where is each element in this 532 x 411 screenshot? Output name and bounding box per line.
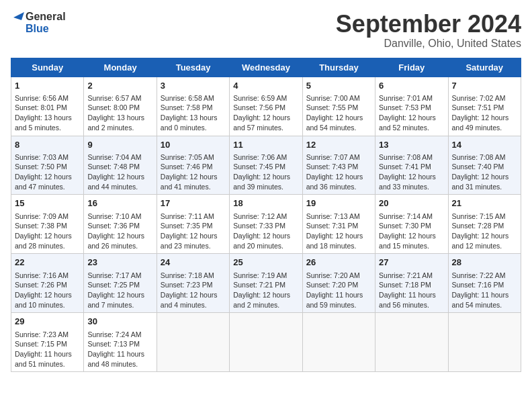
day-number: 15 (15, 197, 80, 210)
day-info: Sunrise: 7:07 AMSunset: 7:43 PMDaylight:… (306, 152, 371, 192)
calendar-cell: 27Sunrise: 7:21 AMSunset: 7:18 PMDayligh… (375, 254, 448, 313)
day-info: Sunrise: 7:01 AMSunset: 7:53 PMDaylight:… (379, 93, 444, 133)
calendar-cell: 12Sunrise: 7:07 AMSunset: 7:43 PMDayligh… (302, 136, 375, 195)
day-number: 9 (87, 139, 152, 151)
day-number: 27 (379, 257, 444, 269)
day-number: 29 (15, 316, 80, 328)
calendar-cell (302, 313, 375, 372)
day-number: 21 (452, 197, 517, 210)
day-info: Sunrise: 7:08 AMSunset: 7:41 PMDaylight:… (379, 152, 444, 192)
calendar-cell: 23Sunrise: 7:17 AMSunset: 7:25 PMDayligh… (84, 254, 157, 313)
day-number: 12 (306, 139, 371, 151)
calendar-cell (157, 313, 229, 372)
calendar-cell: 5Sunrise: 7:00 AMSunset: 7:55 PMDaylight… (302, 77, 375, 136)
calendar-cell: 14Sunrise: 7:08 AMSunset: 7:40 PMDayligh… (448, 136, 521, 195)
calendar-cell: 8Sunrise: 7:03 AMSunset: 7:50 PMDaylight… (11, 136, 84, 195)
day-info: Sunrise: 7:22 AMSunset: 7:16 PMDaylight:… (452, 271, 517, 310)
day-info: Sunrise: 6:59 AMSunset: 7:56 PMDaylight:… (233, 93, 298, 133)
day-info: Sunrise: 7:19 AMSunset: 7:21 PMDaylight:… (233, 271, 298, 310)
day-number: 13 (379, 139, 444, 151)
calendar-cell: 30Sunrise: 7:24 AMSunset: 7:13 PMDayligh… (84, 313, 157, 372)
day-info: Sunrise: 7:20 AMSunset: 7:20 PMDaylight:… (306, 271, 371, 310)
day-number: 14 (452, 139, 517, 151)
calendar-title: September 2024 (336, 11, 521, 38)
day-info: Sunrise: 7:18 AMSunset: 7:23 PMDaylight:… (161, 271, 226, 310)
calendar-cell: 6Sunrise: 7:01 AMSunset: 7:53 PMDaylight… (375, 77, 448, 136)
calendar-cell: 29Sunrise: 7:23 AMSunset: 7:15 PMDayligh… (11, 313, 84, 372)
calendar-cell: 7Sunrise: 7:02 AMSunset: 7:51 PMDaylight… (448, 77, 521, 136)
calendar-cell: 10Sunrise: 7:05 AMSunset: 7:46 PMDayligh… (157, 136, 229, 195)
calendar-cell: 25Sunrise: 7:19 AMSunset: 7:21 PMDayligh… (230, 254, 302, 313)
calendar-cell: 13Sunrise: 7:08 AMSunset: 7:41 PMDayligh… (375, 136, 448, 195)
svg-marker-0 (13, 12, 24, 20)
day-info: Sunrise: 7:14 AMSunset: 7:30 PMDaylight:… (379, 212, 444, 251)
weekday-header-saturday: Saturday (448, 58, 521, 77)
calendar-cell: 21Sunrise: 7:15 AMSunset: 7:28 PMDayligh… (448, 195, 521, 254)
day-number: 2 (87, 80, 152, 92)
day-info: Sunrise: 7:06 AMSunset: 7:45 PMDaylight:… (233, 152, 298, 192)
day-info: Sunrise: 7:15 AMSunset: 7:28 PMDaylight:… (452, 212, 517, 251)
calendar-cell: 18Sunrise: 7:12 AMSunset: 7:33 PMDayligh… (230, 195, 302, 254)
weekday-header-sunday: Sunday (11, 58, 84, 77)
weekday-header-friday: Friday (375, 58, 448, 77)
title-block: September 2024 Danville, Ohio, United St… (336, 11, 521, 50)
day-number: 10 (161, 139, 226, 151)
calendar-cell (230, 313, 302, 372)
day-number: 6 (379, 80, 444, 92)
calendar-cell (448, 313, 521, 372)
calendar-subtitle: Danville, Ohio, United States (336, 38, 521, 50)
day-number: 11 (233, 139, 298, 151)
day-number: 4 (233, 80, 298, 92)
calendar-cell: 11Sunrise: 7:06 AMSunset: 7:45 PMDayligh… (230, 136, 302, 195)
day-number: 5 (306, 80, 371, 92)
calendar-header: General Blue September 2024 Danville, Oh… (11, 11, 521, 50)
day-info: Sunrise: 7:11 AMSunset: 7:35 PMDaylight:… (161, 212, 226, 251)
weekday-header-wednesday: Wednesday (230, 58, 302, 77)
day-number: 7 (452, 80, 517, 92)
calendar-table: SundayMondayTuesdayWednesdayThursdayFrid… (11, 58, 521, 373)
calendar-cell: 1Sunrise: 6:56 AMSunset: 8:01 PMDaylight… (11, 77, 84, 136)
calendar-cell: 22Sunrise: 7:16 AMSunset: 7:26 PMDayligh… (11, 254, 84, 313)
day-number: 16 (87, 197, 152, 210)
day-info: Sunrise: 7:08 AMSunset: 7:40 PMDaylight:… (452, 152, 517, 192)
day-info: Sunrise: 7:24 AMSunset: 7:13 PMDaylight:… (87, 330, 152, 369)
day-number: 1 (15, 80, 80, 92)
logo-text: General Blue (26, 11, 66, 34)
day-number: 22 (15, 257, 80, 269)
day-number: 25 (233, 257, 298, 269)
day-info: Sunrise: 7:21 AMSunset: 7:18 PMDaylight:… (379, 271, 444, 310)
day-number: 18 (233, 197, 298, 210)
calendar-cell: 24Sunrise: 7:18 AMSunset: 7:23 PMDayligh… (157, 254, 229, 313)
day-number: 17 (161, 197, 226, 210)
day-number: 20 (379, 197, 444, 210)
calendar-cell: 2Sunrise: 6:57 AMSunset: 8:00 PMDaylight… (84, 77, 157, 136)
day-info: Sunrise: 6:58 AMSunset: 7:58 PMDaylight:… (161, 93, 226, 133)
calendar-cell: 4Sunrise: 6:59 AMSunset: 7:56 PMDaylight… (230, 77, 302, 136)
day-number: 28 (452, 257, 517, 269)
day-info: Sunrise: 7:03 AMSunset: 7:50 PMDaylight:… (15, 152, 80, 192)
day-info: Sunrise: 7:13 AMSunset: 7:31 PMDaylight:… (306, 212, 371, 251)
calendar-cell: 26Sunrise: 7:20 AMSunset: 7:20 PMDayligh… (302, 254, 375, 313)
calendar-cell: 28Sunrise: 7:22 AMSunset: 7:16 PMDayligh… (448, 254, 521, 313)
day-number: 19 (306, 197, 371, 210)
day-number: 8 (15, 139, 80, 151)
day-number: 26 (306, 257, 371, 269)
calendar-cell (375, 313, 448, 372)
day-info: Sunrise: 7:04 AMSunset: 7:48 PMDaylight:… (87, 152, 152, 192)
day-info: Sunrise: 6:56 AMSunset: 8:01 PMDaylight:… (15, 93, 80, 133)
calendar-cell: 17Sunrise: 7:11 AMSunset: 7:35 PMDayligh… (157, 195, 229, 254)
day-number: 30 (87, 316, 152, 328)
day-info: Sunrise: 6:57 AMSunset: 8:00 PMDaylight:… (87, 93, 152, 133)
day-number: 23 (87, 257, 152, 269)
calendar-cell: 9Sunrise: 7:04 AMSunset: 7:48 PMDaylight… (84, 136, 157, 195)
day-info: Sunrise: 7:17 AMSunset: 7:25 PMDaylight:… (87, 271, 152, 310)
day-info: Sunrise: 7:02 AMSunset: 7:51 PMDaylight:… (452, 93, 517, 133)
day-info: Sunrise: 7:09 AMSunset: 7:38 PMDaylight:… (15, 212, 80, 251)
day-number: 3 (161, 80, 226, 92)
weekday-header-monday: Monday (84, 58, 157, 77)
logo-bird-icon (11, 11, 24, 35)
day-info: Sunrise: 7:12 AMSunset: 7:33 PMDaylight:… (233, 212, 298, 251)
calendar-cell: 16Sunrise: 7:10 AMSunset: 7:36 PMDayligh… (84, 195, 157, 254)
calendar-cell: 15Sunrise: 7:09 AMSunset: 7:38 PMDayligh… (11, 195, 84, 254)
day-info: Sunrise: 7:10 AMSunset: 7:36 PMDaylight:… (87, 212, 152, 251)
